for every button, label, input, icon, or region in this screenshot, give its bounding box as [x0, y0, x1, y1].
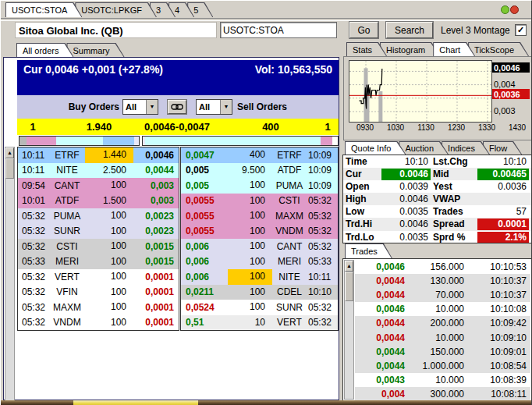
sell-order-row[interactable]: 0,0055100CSTI05:32: [181, 194, 338, 209]
buy-filter-select[interactable]: All ▼: [122, 99, 158, 115]
sell-order-row[interactable]: 0,006100MERI05:33: [181, 254, 338, 270]
buy-order-row[interactable]: 10:11ETRF1.4400,0046: [18, 147, 179, 163]
tab-label: USOTC:STOA: [12, 5, 67, 15]
tab-label: Quote Info: [351, 144, 391, 153]
order-time: 05:32: [307, 211, 338, 222]
buy-order-row[interactable]: 05:32VFIN1000,0001: [18, 285, 179, 300]
buy-order-row[interactable]: 05:32PUMA1000,0023: [18, 208, 179, 224]
sell-depth-bar: [142, 136, 339, 146]
quote-info-row: High0.0046VWAP: [343, 193, 531, 205]
tab-label: Histogram: [386, 45, 425, 55]
order-time: 10:09: [307, 180, 338, 191]
view-tab-histogram[interactable]: Histogram: [380, 42, 440, 56]
scrollbar-thumb[interactable]: [5, 158, 14, 179]
sell-order-row[interactable]: 0,0055100MAXM05:32: [181, 208, 338, 224]
quote-field-value: [477, 194, 529, 205]
orders-tab-summary[interactable]: Summary: [66, 43, 124, 57]
buy-order-row[interactable]: 05:32SUNR1000,0023: [18, 224, 179, 240]
window-tab-usotc-lpkgf[interactable]: USOTC:LPKGF: [75, 2, 157, 17]
quote-field-label: High: [346, 194, 367, 204]
trade-price: 0,0044: [355, 275, 405, 286]
orders-tab-all-orders[interactable]: All orders: [16, 43, 73, 57]
quote-info-row: Trd.Lo0.0035Sprd %2.1%: [343, 231, 531, 243]
sell-order-row[interactable]: 0,0524100SUNR05:32: [181, 300, 338, 315]
market-maker: VERT: [272, 317, 307, 328]
sell-order-row[interactable]: 0,0055100VNDM05:32: [181, 224, 338, 240]
trade-price: 0,0046: [355, 261, 405, 272]
trade-time: 10:10:53: [464, 261, 530, 272]
order-size: 100: [228, 224, 272, 240]
quote-info-row: Low0.0035Trades57: [343, 205, 531, 218]
bid-price: 0,0046: [133, 150, 179, 161]
quote-field-label: Spread: [433, 218, 465, 229]
trades-tab-trades[interactable]: Trades: [345, 243, 392, 258]
search-button[interactable]: Search: [386, 22, 433, 38]
level3-montage-label: Level 3 Montage: [441, 25, 510, 36]
chevron-down-icon[interactable]: ▼: [220, 100, 232, 114]
quote-field-label: Low: [346, 206, 364, 217]
scrollbar-thumb[interactable]: [345, 272, 353, 301]
info-tab-flow[interactable]: Flow: [483, 141, 522, 155]
sell-order-row[interactable]: 0,5110VERT05:32: [181, 315, 338, 331]
tab-label: Chart: [439, 45, 460, 55]
buy-order-row[interactable]: 10:11NITE2.5000,0044: [18, 163, 179, 179]
buy-order-row[interactable]: 05:33MERI1000,0015: [18, 254, 179, 270]
go-button[interactable]: Go: [349, 22, 378, 38]
quote-info-row: Cur0.0046Mid0.00465: [343, 168, 531, 180]
buy-order-row[interactable]: 10:01ATDF1.5000,003: [18, 194, 179, 209]
bid-price: 0,0001: [133, 317, 179, 328]
trade-size: 10.000: [405, 332, 464, 343]
sell-order-row[interactable]: 0,0211100CDEL10:10: [181, 285, 338, 300]
symbol-input[interactable]: [220, 22, 337, 38]
info-tab-auction[interactable]: Auction: [399, 141, 449, 155]
quote-info-table: Time10:10Lst.Chg10:10Cur0.0046Mid0.00465…: [342, 155, 532, 243]
quote-info-row: Time10:10Lst.Chg10:10: [343, 155, 531, 168]
buy-order-row[interactable]: 05:32VNDM1000,0001: [18, 315, 179, 331]
quote-field-label: Open: [346, 181, 370, 192]
order-size: 100: [228, 285, 272, 300]
order-size: 100: [228, 239, 272, 254]
quote-field-value: 0.0039: [381, 181, 431, 193]
ask-price: 0,0055: [181, 226, 228, 236]
sell-order-row[interactable]: 0,0059.500ATDF10:09: [181, 163, 338, 179]
trades-scrollbar[interactable]: ▲: [344, 260, 354, 400]
buy-order-row[interactable]: 05:32MAXM1000,0001: [18, 300, 179, 315]
quote-field-value: 0.0036: [477, 181, 529, 193]
buy-order-row[interactable]: 09:54CANT1000,003: [18, 178, 179, 194]
market-maker: VNDM: [49, 317, 85, 328]
ask-price: 0,0055: [181, 211, 228, 222]
trade-price: 0,0046: [355, 304, 405, 314]
order-size: 100: [228, 208, 272, 224]
ask-price: 0,006: [181, 272, 228, 282]
order-time: 05:32: [18, 226, 49, 236]
trade-row: 0,004610.00010:10:08: [355, 302, 530, 316]
order-filter-bar: Buy Orders All ▼ All ▼ Sell Orders: [17, 95, 339, 119]
scroll-up-icon[interactable]: ▲: [345, 261, 353, 272]
trade-size: 156.000: [405, 261, 464, 272]
chevron-down-icon[interactable]: ▼: [146, 100, 158, 114]
orders-tab-bar: All ordersSummary: [16, 43, 118, 57]
trade-price: 0,0044: [355, 332, 405, 343]
trade-row: 0,0044200.00010:09:42: [355, 316, 530, 330]
scroll-up-icon[interactable]: ▲: [5, 147, 14, 158]
buy-order-row[interactable]: 05:32CSTI1000,0015: [18, 239, 179, 254]
buy-order-row[interactable]: 05:32VERT1000,0001: [18, 269, 179, 285]
sell-order-row[interactable]: 0,005100PUMA10:09: [181, 178, 338, 194]
market-maker: NITE: [272, 272, 307, 282]
window-tab-usotc-stoa[interactable]: USOTC:STOA: [5, 2, 82, 17]
sell-order-row[interactable]: 0,006100CANT05:32: [181, 239, 338, 254]
level3-montage-checkbox[interactable]: ✓: [515, 24, 527, 36]
info-tab-indices[interactable]: Indices: [442, 141, 490, 155]
market-maker: NITE: [49, 165, 85, 176]
view-tab-tickscope[interactable]: TickScope: [468, 42, 529, 56]
sell-order-row[interactable]: 0,006100NITE10:11: [181, 269, 338, 285]
trade-price: 0,004: [355, 389, 405, 400]
ask-size: 400: [224, 121, 317, 133]
sell-filter-select[interactable]: All ▼: [196, 99, 232, 115]
info-tab-quote-info[interactable]: Quote Info: [345, 141, 406, 155]
market-maker: CANT: [49, 180, 85, 191]
order-book-scrollbar[interactable]: ▲: [5, 147, 15, 405]
link-filters-button[interactable]: [168, 100, 186, 114]
x-tick-label: 1030: [387, 123, 404, 132]
sell-order-row[interactable]: 0,0047400ETRF10:09: [181, 147, 338, 163]
